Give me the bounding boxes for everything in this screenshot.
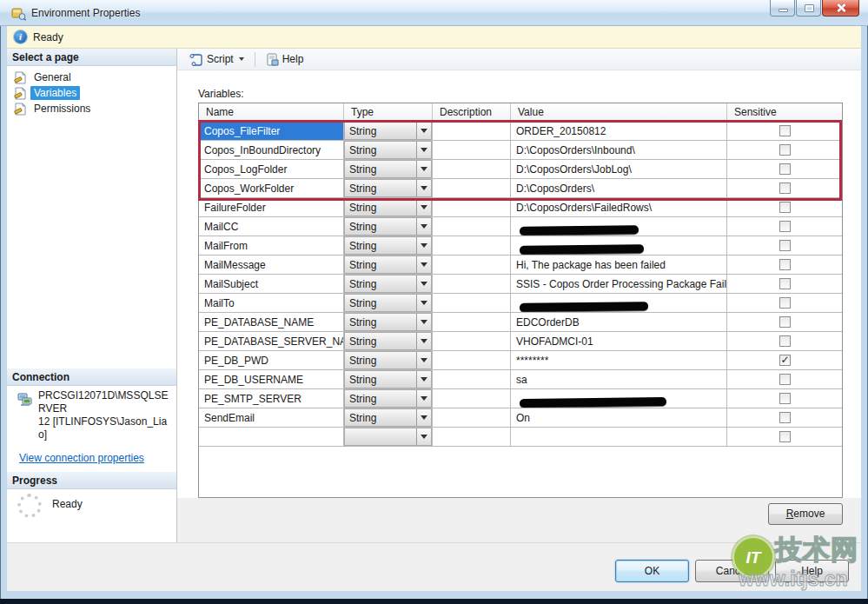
variable-value-cell[interactable]: D:\CoposOrders\JobLog\ — [511, 160, 727, 178]
variable-description-cell[interactable] — [433, 332, 511, 350]
type-dropdown[interactable]: String — [344, 122, 432, 140]
type-dropdown[interactable]: String — [344, 408, 432, 427]
variable-name-cell[interactable] — [199, 428, 344, 446]
dropdown-arrow-button[interactable] — [416, 409, 431, 426]
table-row[interactable]: MailMessageStringHi, The package has bee… — [199, 256, 842, 275]
type-dropdown[interactable]: String — [344, 179, 432, 197]
variable-name-cell[interactable]: SendEmail — [199, 408, 344, 427]
close-button[interactable] — [822, 0, 859, 17]
variable-description-cell[interactable] — [433, 198, 511, 216]
dropdown-arrow-button[interactable] — [416, 256, 431, 273]
variable-description-cell[interactable] — [433, 160, 511, 178]
sidebar-item-general[interactable]: General — [7, 70, 176, 85]
variable-description-cell[interactable] — [433, 294, 511, 312]
table-row[interactable]: MailCCString — [199, 217, 842, 236]
sidebar-item-variables[interactable]: Variables — [7, 85, 176, 101]
type-dropdown[interactable]: String — [344, 160, 432, 178]
dropdown-arrow-button[interactable] — [416, 314, 431, 330]
table-row[interactable]: Copos_FileFilterStringORDER_20150812 — [199, 122, 842, 141]
help-button[interactable]: Help — [260, 50, 310, 69]
dropdown-arrow-button[interactable] — [416, 237, 431, 254]
ok-button[interactable]: OK — [615, 560, 689, 582]
variable-description-cell[interactable] — [433, 122, 511, 140]
variable-name-cell[interactable]: PE_SMTP_SERVER — [199, 389, 344, 408]
sensitive-checkbox[interactable] — [779, 297, 791, 309]
variable-description-cell[interactable] — [433, 351, 511, 369]
sensitive-checkbox[interactable] — [779, 163, 791, 175]
dropdown-arrow-button[interactable] — [416, 180, 431, 196]
type-dropdown[interactable]: String — [344, 236, 432, 255]
variable-description-cell[interactable] — [433, 313, 511, 331]
variable-description-cell[interactable] — [433, 141, 511, 159]
variable-value-cell[interactable] — [511, 428, 727, 446]
dropdown-arrow-button[interactable] — [416, 218, 431, 235]
variable-description-cell[interactable] — [433, 236, 511, 255]
sensitive-checkbox[interactable] — [779, 240, 791, 251]
column-header-sensitive[interactable]: Sensitive — [727, 103, 842, 121]
column-header-description[interactable]: Description — [433, 103, 511, 121]
variable-description-cell[interactable] — [433, 428, 511, 446]
sensitive-checkbox[interactable] — [779, 316, 791, 328]
variable-name-cell[interactable]: PE_DB_PWD — [199, 351, 344, 369]
variable-description-cell[interactable] — [433, 217, 511, 236]
table-row[interactable] — [199, 428, 842, 447]
variable-value-cell[interactable]: ORDER_20150812 — [511, 122, 727, 140]
variable-description-cell[interactable] — [433, 179, 511, 197]
variable-name-cell[interactable]: PE_DB_USERNAME — [199, 370, 344, 388]
sensitive-checkbox[interactable] — [779, 183, 791, 194]
dropdown-arrow-button[interactable] — [416, 428, 431, 445]
minimize-button[interactable] — [770, 0, 795, 17]
type-dropdown[interactable]: String — [344, 389, 432, 408]
script-button[interactable]: Script — [183, 50, 250, 69]
table-row[interactable]: Copos_InBoundDirectoryStringD:\CoposOrde… — [199, 141, 842, 160]
table-row[interactable]: PE_DB_PWDString******** — [199, 351, 842, 370]
sensitive-checkbox[interactable] — [779, 259, 791, 270]
variable-name-cell[interactable]: MailCC — [199, 217, 344, 236]
sensitive-checkbox[interactable] — [779, 355, 791, 366]
type-dropdown[interactable]: String — [344, 294, 432, 312]
variable-name-cell[interactable]: PE_DATABASE_SERVER_NAME — [199, 332, 344, 350]
type-dropdown[interactable]: String — [344, 313, 432, 331]
sidebar-item-permissions[interactable]: Permissions — [7, 101, 176, 116]
variable-name-cell[interactable]: MailMessage — [199, 256, 344, 274]
dropdown-arrow-button[interactable] — [416, 295, 431, 311]
dropdown-arrow-button[interactable] — [416, 275, 431, 292]
variable-value-cell[interactable]: ******** — [511, 351, 727, 369]
variable-name-cell[interactable]: Copos_LogFolder — [199, 160, 344, 178]
table-row[interactable]: SendEmailStringOn — [199, 408, 842, 428]
table-row[interactable]: FailureFolderStringD:\CoposOrders\Failed… — [199, 198, 842, 217]
variable-name-cell[interactable]: MailTo — [199, 294, 344, 312]
type-dropdown[interactable]: String — [344, 198, 432, 216]
sensitive-checkbox[interactable] — [779, 144, 791, 156]
table-row[interactable]: Copos_LogFolderStringD:\CoposOrders\JobL… — [199, 160, 842, 179]
variable-name-cell[interactable]: MailFrom — [199, 236, 344, 255]
table-row[interactable]: PE_DB_USERNAMEStringsa — [199, 370, 842, 389]
variable-value-cell[interactable]: D:\CoposOrders\ — [511, 179, 727, 197]
variable-value-cell[interactable]: sa — [511, 370, 727, 388]
type-dropdown[interactable]: String — [344, 275, 432, 293]
column-header-name[interactable]: Name — [199, 103, 344, 121]
sensitive-checkbox[interactable] — [779, 431, 791, 442]
variable-value-cell[interactable]: On — [511, 408, 727, 427]
remove-button[interactable]: Remove — [768, 503, 843, 525]
table-row[interactable]: MailToString — [199, 294, 842, 313]
table-row[interactable]: PE_SMTP_SERVERString — [199, 389, 842, 408]
variable-name-cell[interactable]: Copos_WorkFolder — [199, 179, 344, 197]
variable-value-cell[interactable]: D:\CoposOrders\FailedRows\ — [511, 198, 727, 216]
table-row[interactable]: PE_DATABASE_NAMEStringEDCOrderDB — [199, 313, 842, 332]
variable-description-cell[interactable] — [433, 275, 511, 293]
type-dropdown[interactable]: String — [344, 217, 432, 236]
sensitive-checkbox[interactable] — [779, 374, 791, 385]
view-connection-properties-link[interactable]: View connection properties — [19, 452, 144, 464]
dropdown-arrow-button[interactable] — [416, 199, 431, 216]
variable-value-cell[interactable] — [511, 389, 727, 408]
type-dropdown[interactable]: String — [344, 332, 432, 350]
variable-name-cell[interactable]: PE_DATABASE_NAME — [199, 313, 344, 331]
dropdown-arrow-button[interactable] — [416, 123, 431, 139]
variable-name-cell[interactable]: FailureFolder — [199, 198, 344, 216]
sensitive-checkbox[interactable] — [779, 393, 791, 404]
variable-value-cell[interactable]: EDCOrderDB — [511, 313, 727, 331]
variable-value-cell[interactable]: VHOFADMCI-01 — [511, 332, 727, 350]
help-footer-button[interactable]: Help — [775, 560, 849, 582]
title-bar[interactable]: Environment Properties — [0, 0, 868, 26]
